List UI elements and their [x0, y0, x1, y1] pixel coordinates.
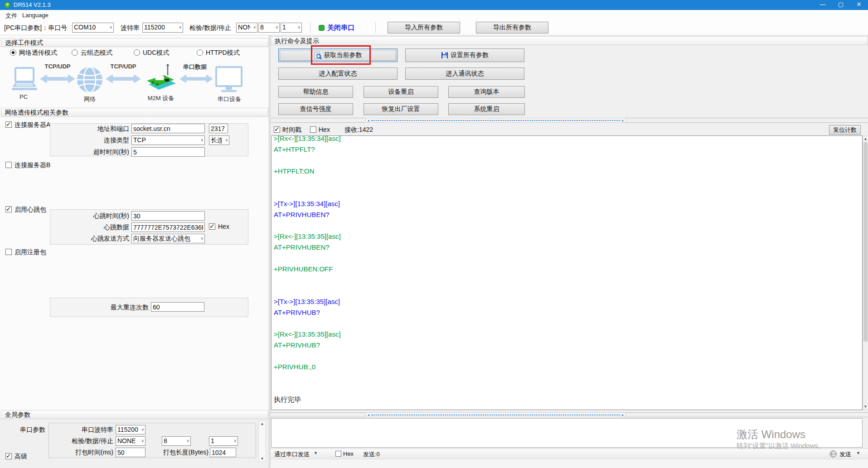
- send-button[interactable]: 发送: [839, 450, 851, 458]
- log-scrollbar[interactable]: ▲ ▼: [863, 135, 868, 410]
- diagram-serial-label: 串口设备: [217, 95, 242, 103]
- radio-httpd-mode-label: HTTPD模式: [206, 49, 240, 57]
- enter-comm-button[interactable]: 进入通讯状态: [405, 68, 524, 80]
- radio-udc-mode[interactable]: [134, 49, 140, 56]
- stopbits-select[interactable]: 1∨: [281, 23, 302, 33]
- globalparams-header: 全局参数: [1, 410, 268, 419]
- log-line: [274, 318, 861, 329]
- timeout-input[interactable]: [131, 147, 205, 157]
- global-databits-select[interactable]: 8∨: [162, 436, 191, 446]
- enter-config-button[interactable]: 进入配置状态: [278, 68, 398, 80]
- splitter-handle[interactable]: ▲ ▲: [365, 412, 626, 417]
- log-line: [274, 253, 861, 264]
- maximize-button[interactable]: ▢: [832, 0, 850, 10]
- advanced-checkbox[interactable]: [5, 453, 12, 459]
- scrollbar-thumb[interactable]: [863, 142, 868, 342]
- splitter-handle[interactable]: ▲ ▲: [365, 118, 626, 123]
- conn-mode-select[interactable]: 长连接∨: [209, 135, 229, 145]
- com-port-select[interactable]: COM10∨: [72, 23, 114, 33]
- query-version-button[interactable]: 查询版本: [448, 86, 525, 98]
- scroll-up-icon[interactable]: ▲: [259, 421, 266, 427]
- import-params-button[interactable]: 导入所有参数: [388, 22, 460, 34]
- radio-cloud-config[interactable]: [72, 49, 78, 56]
- heartbeat-data-input[interactable]: [131, 222, 205, 232]
- radio-httpd-mode[interactable]: [197, 49, 203, 56]
- diagram-link1-label: TCP/UDP: [42, 63, 73, 70]
- server-address-input[interactable]: [131, 124, 205, 133]
- log-line: AT+HTPFLT?: [274, 144, 861, 155]
- log-line: AT+PRIVHUB?: [274, 307, 861, 318]
- minimize-button[interactable]: —: [814, 0, 832, 10]
- log-output[interactable]: >[Rx<-][13:35:34][asc] AT+HTPFLT? +HTPFL…: [271, 135, 863, 410]
- export-params-button[interactable]: 导出所有参数: [476, 22, 548, 34]
- heartbeat-mode-select[interactable]: 向服务器发送心跳包∨: [131, 234, 205, 243]
- advanced-label: 高级: [15, 453, 27, 461]
- query-signal-button[interactable]: 查信号强度: [278, 103, 353, 115]
- log-line: [274, 220, 861, 231]
- scroll-down-icon[interactable]: ▼: [259, 456, 266, 462]
- log-line: [274, 351, 861, 362]
- menu-file[interactable]: 文件: [4, 11, 19, 20]
- port-open-indicator-icon: [319, 25, 325, 31]
- pc-serial-label: [PC串口参数]：串口号: [4, 24, 67, 32]
- heartbeat-checkbox[interactable]: [5, 206, 12, 212]
- sent-counter: 发送:0: [363, 450, 380, 458]
- regpack-label: 启用注册包: [15, 248, 46, 256]
- scroll-up-icon[interactable]: ▲: [863, 136, 868, 142]
- global-baud-select[interactable]: 115200∨: [116, 425, 145, 434]
- regpack-checkbox[interactable]: [5, 249, 12, 255]
- packtime-input[interactable]: [116, 448, 145, 457]
- heartbeat-mode-label: 心跳发送方式: [50, 235, 129, 243]
- help-info-button[interactable]: 帮助信息: [278, 86, 353, 98]
- system-reboot-button[interactable]: 系统重启: [448, 103, 525, 115]
- log-line: 执行完毕: [274, 394, 861, 405]
- chevron-down-icon[interactable]: ▼: [856, 451, 860, 455]
- heartbeat-time-input[interactable]: [131, 211, 205, 221]
- server-port-input[interactable]: [209, 124, 228, 133]
- log-line: [274, 275, 861, 285]
- baud-select[interactable]: 115200∨: [142, 23, 183, 33]
- log-hex-checkbox[interactable]: [310, 126, 316, 133]
- menu-language[interactable]: Language: [20, 11, 50, 19]
- log-line: >[Tx->][13:35:35][asc]: [274, 296, 861, 307]
- parity-select[interactable]: NONI∨: [236, 23, 257, 33]
- max-reconnect-input[interactable]: [151, 302, 204, 312]
- status-strip: [271, 459, 868, 468]
- log-line: >[Rx<-][13:35:35][asc]: [274, 329, 861, 340]
- serverA-checkbox[interactable]: [5, 121, 12, 128]
- heartbeat-hex-checkbox[interactable]: [209, 223, 215, 230]
- packlen-input[interactable]: [210, 448, 236, 457]
- conn-type-select[interactable]: TCP∨: [131, 135, 205, 145]
- diagram-m2m-label: M2M 设备: [145, 94, 177, 102]
- chevron-down-icon[interactable]: ▼: [314, 451, 318, 455]
- send-hex-checkbox[interactable]: [335, 451, 341, 457]
- close-button[interactable]: ✕: [850, 0, 868, 10]
- close-port-button[interactable]: 关闭串口: [319, 24, 354, 32]
- device-reboot-button[interactable]: 设备重启: [364, 86, 438, 98]
- log-top-splitter[interactable]: ▲ ▲: [271, 118, 868, 123]
- diagram-link3-label: 串口数据: [179, 63, 211, 71]
- heartbeat-label: 启用心跳包: [15, 206, 46, 214]
- toolbar-separator: [310, 22, 310, 33]
- timestamp-label: 时间戳: [282, 126, 301, 134]
- left-panel-scrollbar[interactable]: ▲ ▼: [258, 420, 266, 462]
- max-reconnect-label: 最大重连次数: [50, 304, 149, 312]
- serverB-checkbox[interactable]: [5, 162, 12, 168]
- databits-select[interactable]: 8∨: [258, 23, 280, 33]
- m2m-device-icon: [144, 63, 178, 94]
- reset-counter-button[interactable]: 复位计数: [829, 125, 861, 135]
- toolbar-separator2: [375, 22, 376, 33]
- timestamp-checkbox[interactable]: [274, 126, 280, 133]
- heartbeat-data-label: 心跳数据: [50, 223, 129, 232]
- global-parity-select[interactable]: NONE∨: [116, 436, 145, 446]
- scroll-down-icon[interactable]: ▼: [863, 404, 868, 410]
- global-stopbits-select[interactable]: 1∨: [209, 436, 238, 446]
- radio-net-passthrough[interactable]: [10, 49, 16, 56]
- set-params-button[interactable]: 设置所有参数: [405, 48, 524, 62]
- log-line: >[Rx<-][13:35:35][asc]: [274, 231, 861, 242]
- factory-reset-button[interactable]: 恢复出厂设置: [364, 103, 438, 115]
- serverB-label: 连接服务器B: [15, 161, 50, 169]
- log-bottom-splitter[interactable]: ▲ ▲: [271, 412, 868, 417]
- send-via-dropdown[interactable]: 通过串口发送: [274, 450, 310, 458]
- radio-udc-mode-label: UDC模式: [143, 49, 169, 57]
